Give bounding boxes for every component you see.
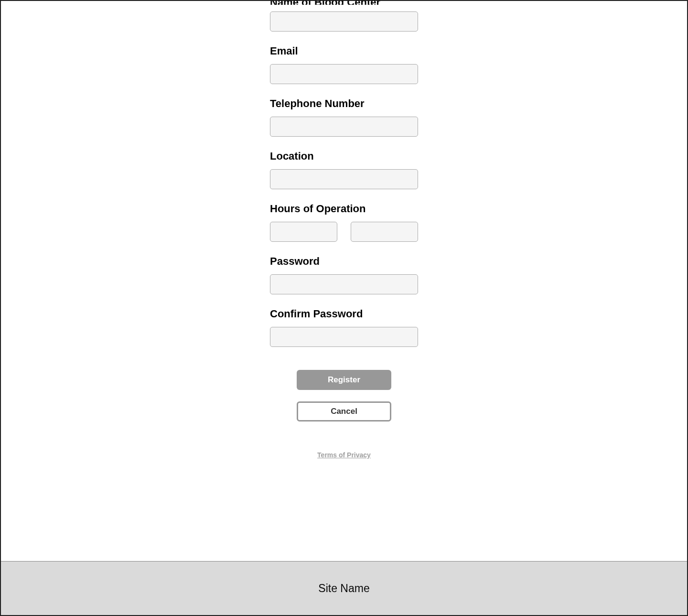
blood-center-name-group: Name of Blood Center — [270, 0, 418, 32]
register-button[interactable]: Register — [297, 370, 391, 390]
email-group: Email — [270, 45, 418, 84]
password-input[interactable] — [270, 274, 418, 294]
hours-from-input[interactable] — [270, 222, 337, 242]
location-label: Location — [270, 150, 418, 162]
hours-label: Hours of Operation — [270, 203, 418, 215]
confirm-password-group: Confirm Password — [270, 308, 418, 347]
confirm-password-input[interactable] — [270, 327, 418, 347]
location-group: Location — [270, 150, 418, 189]
cancel-button[interactable]: Cancel — [297, 401, 391, 421]
telephone-group: Telephone Number — [270, 97, 418, 137]
email-label: Email — [270, 45, 418, 57]
location-input[interactable] — [270, 169, 418, 189]
password-group: Password — [270, 255, 418, 294]
password-label: Password — [270, 255, 418, 268]
telephone-input[interactable] — [270, 117, 418, 137]
blood-center-name-input[interactable] — [270, 11, 418, 32]
registration-form: Name of Blood Center Email Telephone Num… — [270, 0, 418, 459]
terms-link[interactable]: Terms of Privacy — [270, 451, 418, 459]
telephone-label: Telephone Number — [270, 97, 418, 110]
blood-center-name-label: Name of Blood Center — [270, 0, 418, 5]
footer-site-name: Site Name — [318, 582, 369, 595]
hours-row — [270, 222, 418, 242]
hours-group: Hours of Operation — [270, 203, 418, 242]
hours-to-input[interactable] — [351, 222, 418, 242]
confirm-password-label: Confirm Password — [270, 308, 418, 320]
footer: Site Name — [1, 561, 687, 615]
button-container: Register Cancel — [270, 370, 418, 421]
email-input[interactable] — [270, 64, 418, 84]
